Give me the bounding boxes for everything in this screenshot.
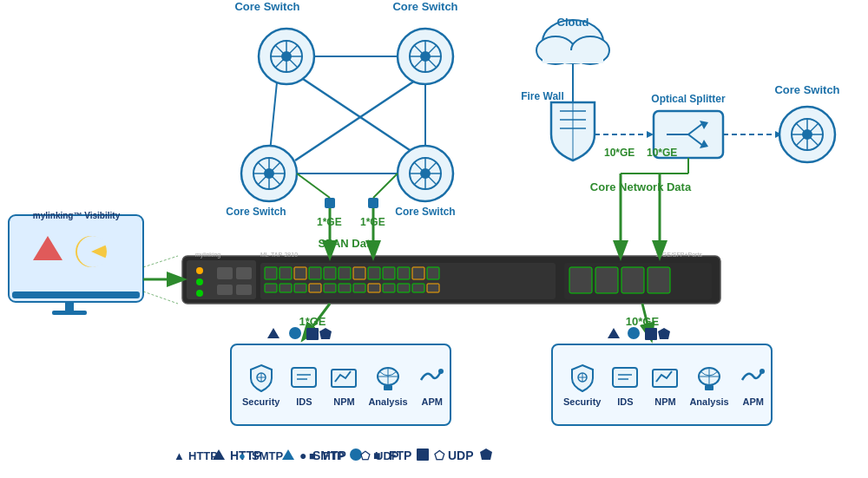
tool-npm-left-label: NPM [333, 396, 354, 407]
tool-security-right: Security [563, 363, 601, 407]
svg-text:UDP: UDP [375, 449, 399, 462]
toolbox-left: Security IDS NPM Analysis [230, 344, 451, 426]
svg-text:10*GE: 10*GE [647, 147, 677, 159]
tool-apm-left-label: APM [421, 396, 442, 407]
svg-marker-120 [480, 449, 492, 460]
tool-npm-right: NPM [649, 363, 681, 407]
svg-marker-128 [658, 328, 670, 339]
svg-rect-86 [309, 284, 321, 292]
svg-text:1*GE: 1*GE [317, 216, 342, 228]
svg-text:Core Switch: Core Switch [392, 0, 457, 13]
tool-analysis-left-label: Analysis [368, 396, 407, 407]
svg-text:1*GE: 1*GE [360, 216, 385, 228]
svg-text:●: ● [299, 449, 306, 462]
svg-text:Core Switch: Core Switch [226, 206, 286, 218]
tool-ids-right-label: IDS [617, 396, 633, 407]
svg-text:Core Switch: Core Switch [234, 0, 299, 13]
svg-text:●: ● [239, 449, 246, 462]
svg-point-126 [628, 327, 640, 339]
svg-text:Optical Splitter: Optical Splitter [651, 93, 726, 105]
svg-rect-98 [621, 267, 644, 293]
svg-rect-82 [427, 267, 439, 279]
svg-text:SMTP: SMTP [252, 449, 283, 462]
svg-marker-117 [282, 449, 294, 460]
svg-text:UDP: UDP [448, 449, 474, 462]
svg-rect-88 [339, 284, 351, 292]
svg-text:ML-TAP-2810: ML-TAP-2810 [260, 252, 298, 258]
svg-rect-94 [427, 284, 439, 292]
svg-rect-79 [383, 267, 395, 279]
svg-rect-96 [569, 267, 592, 293]
svg-text:mylinking™ Visibility: mylinking™ Visibility [33, 211, 121, 220]
svg-rect-73 [294, 267, 306, 279]
tool-ids-left: IDS [288, 363, 319, 407]
diagram-container: mylinking ML-TAP-2810 10GE/SFP+Ports [0, 0, 868, 478]
toolbox-right: Security IDS NPM Analysis [551, 344, 773, 426]
svg-point-183 [438, 369, 444, 374]
svg-rect-127 [645, 328, 657, 340]
svg-text:Core Switch: Core Switch [774, 83, 839, 96]
svg-rect-71 [265, 267, 277, 279]
svg-rect-72 [279, 267, 292, 279]
svg-text:■: ■ [309, 449, 316, 462]
tool-apm-right: APM [738, 363, 769, 407]
svg-rect-135 [52, 311, 87, 315]
tool-security-left-label: Security [242, 396, 279, 407]
svg-text:10*GE: 10*GE [604, 147, 635, 159]
svg-text:⬠: ⬠ [434, 449, 445, 462]
svg-line-137 [143, 256, 178, 267]
svg-point-19 [420, 51, 431, 62]
svg-rect-68 [217, 285, 233, 295]
svg-rect-83 [265, 284, 277, 292]
svg-rect-85 [294, 284, 306, 292]
tool-apm-right-label: APM [742, 396, 763, 407]
svg-point-122 [289, 327, 301, 339]
svg-rect-69 [236, 285, 252, 295]
svg-point-33 [420, 168, 431, 179]
svg-text:▲: ▲ [174, 449, 185, 462]
tool-apm-left: APM [417, 363, 448, 407]
svg-rect-93 [412, 284, 424, 292]
svg-point-196 [760, 369, 765, 374]
svg-point-63 [196, 267, 203, 274]
svg-text:Core Switch: Core Switch [395, 206, 455, 218]
svg-rect-67 [236, 267, 252, 279]
svg-rect-195 [705, 385, 713, 390]
svg-rect-133 [12, 291, 140, 298]
svg-rect-90 [368, 284, 380, 292]
svg-text:⬠: ⬠ [360, 449, 371, 462]
svg-text:Fire Wall: Fire Wall [521, 90, 564, 102]
svg-point-64 [196, 278, 203, 285]
svg-rect-74 [309, 267, 321, 279]
tool-analysis-left: Analysis [368, 363, 407, 407]
tool-security-left: Security [242, 363, 279, 407]
svg-point-60 [802, 129, 812, 140]
svg-line-138 [143, 291, 178, 304]
svg-rect-104 [325, 198, 335, 208]
svg-rect-182 [384, 385, 392, 390]
svg-text:Core Network Data: Core Network Data [590, 180, 692, 193]
tool-ids-left-label: IDS [296, 396, 312, 407]
svg-rect-75 [324, 267, 336, 279]
svg-rect-119 [417, 449, 429, 461]
svg-text:10*GE: 10*GE [626, 315, 660, 328]
svg-rect-81 [412, 267, 424, 279]
svg-text:FTP: FTP [323, 449, 345, 462]
tool-security-right-label: Security [563, 396, 601, 407]
svg-rect-123 [306, 328, 319, 340]
svg-rect-191 [653, 370, 677, 387]
tool-analysis-right: Analysis [689, 363, 728, 407]
svg-point-26 [264, 168, 274, 179]
svg-rect-91 [383, 284, 395, 292]
svg-rect-77 [353, 267, 365, 279]
tool-npm-right-label: NPM [654, 396, 675, 407]
tool-npm-left: NPM [328, 363, 359, 407]
svg-text:10GE/SFP+Ports: 10GE/SFP+Ports [655, 252, 702, 258]
svg-rect-92 [398, 284, 410, 292]
svg-rect-80 [398, 267, 410, 279]
svg-text:SPAN Data: SPAN Data [319, 237, 378, 250]
svg-rect-187 [613, 368, 637, 387]
svg-line-112 [297, 174, 330, 198]
tool-analysis-right-label: Analysis [689, 396, 728, 407]
svg-rect-97 [595, 267, 618, 293]
